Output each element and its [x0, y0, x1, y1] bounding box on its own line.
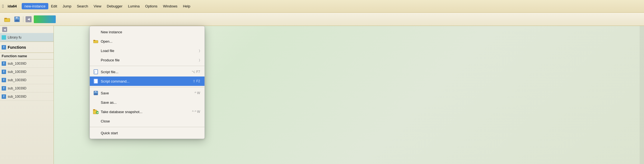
take-snapshot-shortcut: ^ ^ W	[192, 110, 200, 114]
main-area: ◀ Library fu f Functions Function name f…	[0, 26, 644, 164]
open-label: Open...	[101, 39, 200, 43]
svg-rect-15	[93, 109, 95, 110]
apple-logo: 	[2, 4, 4, 9]
func-f-icon: f	[2, 78, 6, 82]
produce-file-label: Produce file	[101, 58, 199, 62]
menu-item-save[interactable]: Save ^ W	[90, 88, 205, 98]
file-dropdown-menu: New instance Open... Load file 〉	[89, 26, 205, 139]
produce-file-arrow: 〉	[199, 58, 200, 62]
content-area: Search New instance Open...	[54, 26, 644, 164]
func-item-text: sub_10039D	[8, 86, 26, 90]
script-file-label: Script file...	[101, 70, 186, 74]
toolbar-save-icon[interactable]	[13, 15, 21, 23]
new-instance-icon	[93, 29, 99, 35]
menu-edit[interactable]: Edit	[48, 3, 60, 9]
list-item[interactable]: f sub_10039D	[0, 68, 54, 76]
menu-item-quick-start[interactable]: Quick start	[90, 128, 205, 138]
menu-item-script-command[interactable]: f Script command... ⇧ F2	[90, 76, 205, 86]
lib-color-dot	[2, 35, 6, 40]
func-f-icon: f	[2, 94, 6, 99]
load-file-arrow: 〉	[199, 49, 200, 53]
toolbar-open-icon[interactable]	[3, 15, 12, 23]
list-item[interactable]: f sub_10039D	[0, 59, 54, 68]
menu-debugger[interactable]: Debugger	[104, 3, 125, 9]
library-fu-bar: Library fu	[0, 33, 54, 42]
svg-rect-1	[4, 18, 7, 19]
list-item[interactable]: f sub_10039D	[0, 84, 54, 92]
script-file-icon: f	[93, 69, 99, 75]
menubar:  ida64 new-instance Edit Jump Search Vi…	[0, 0, 644, 13]
svg-rect-6	[93, 40, 95, 41]
save-as-icon	[93, 100, 99, 105]
save-as-label: Save as...	[101, 100, 200, 105]
folder-icon	[93, 39, 99, 44]
close-menu-icon	[93, 118, 99, 124]
menu-item-produce-file[interactable]: Produce file 〉	[90, 55, 205, 65]
svg-rect-12	[95, 91, 96, 92]
func-f-icon: f	[2, 61, 6, 66]
menu-item-close[interactable]: Close	[90, 116, 205, 126]
new-instance-label: New instance	[101, 30, 200, 34]
save-svg	[14, 17, 20, 22]
menu-options[interactable]: Options	[142, 3, 160, 9]
functions-f-icon: f	[2, 45, 6, 50]
menu-view[interactable]: View	[91, 3, 104, 9]
app-name: ida64	[8, 4, 17, 8]
function-name-header: Function name	[0, 53, 54, 59]
menu-windows[interactable]: Windows	[160, 3, 180, 9]
separator-3	[90, 127, 205, 127]
library-fu-label: Library fu	[8, 35, 21, 39]
load-file-icon	[93, 48, 99, 53]
func-f-icon: f	[2, 70, 6, 74]
list-item[interactable]: f sub_10039D	[0, 92, 54, 101]
produce-file-icon	[93, 57, 99, 63]
func-item-text: sub_10039D	[8, 62, 26, 65]
close-label: Close	[101, 119, 200, 123]
svg-rect-13	[94, 93, 97, 95]
script-file-shortcut: ⌥ F7	[192, 70, 200, 74]
sidebar-collapse-btn[interactable]: ◀	[2, 27, 7, 32]
menu-item-take-snapshot[interactable]: Take database snapshot... ^ ^ W	[90, 107, 205, 116]
svg-rect-4	[15, 20, 19, 21]
svg-point-16	[96, 111, 99, 114]
script-command-shortcut: ⇧ F2	[193, 79, 200, 83]
save-label: Save	[101, 91, 189, 95]
save-icon	[93, 90, 99, 96]
menu-lumina[interactable]: Lumina	[125, 3, 142, 9]
svg-rect-3	[16, 17, 18, 19]
separator-1	[90, 66, 205, 66]
func-f-icon: f	[2, 86, 6, 91]
menu-jump[interactable]: Jump	[60, 3, 74, 9]
quick-start-label: Quick start	[101, 131, 200, 135]
script-command-icon: f	[93, 78, 99, 84]
sidebar: ◀ Library fu f Functions Function name f…	[0, 26, 54, 164]
quick-start-icon	[93, 130, 99, 136]
menu-item-new-instance[interactable]: New instance	[90, 27, 205, 37]
menu-item-script-file[interactable]: f Script file... ⌥ F7	[90, 67, 205, 76]
func-item-text: sub_10039D	[8, 70, 26, 74]
menu-item-load-file[interactable]: Load file 〉	[90, 46, 205, 55]
menu-help[interactable]: Help	[180, 3, 193, 9]
menu-item-save-as[interactable]: Save as...	[90, 98, 205, 107]
menu-item-open[interactable]: Open...	[90, 37, 205, 46]
save-shortcut: ^ W	[195, 91, 200, 95]
toolbar-divider-1	[23, 16, 23, 22]
toolbar: ◀	[0, 13, 644, 26]
right-resize-handle[interactable]	[640, 26, 644, 164]
func-item-text: sub_10039D	[8, 78, 26, 82]
menu-file[interactable]: new-instance	[22, 3, 48, 9]
separator-2	[90, 87, 205, 87]
toolbar-collapse-left[interactable]: ◀	[26, 16, 32, 22]
func-item-text: sub_10039D	[8, 95, 26, 99]
list-item[interactable]: f sub_10039D	[0, 76, 54, 84]
load-file-label: Load file	[101, 49, 199, 53]
functions-header: f Functions	[0, 42, 54, 53]
take-snapshot-label: Take database snapshot...	[101, 110, 187, 114]
open-folder-svg	[4, 17, 10, 22]
toolbar-green-block	[34, 15, 56, 23]
snapshot-icon	[93, 109, 99, 114]
script-command-label: Script command...	[101, 79, 187, 83]
menu-search[interactable]: Search	[74, 3, 91, 9]
functions-label: Functions	[8, 45, 26, 50]
